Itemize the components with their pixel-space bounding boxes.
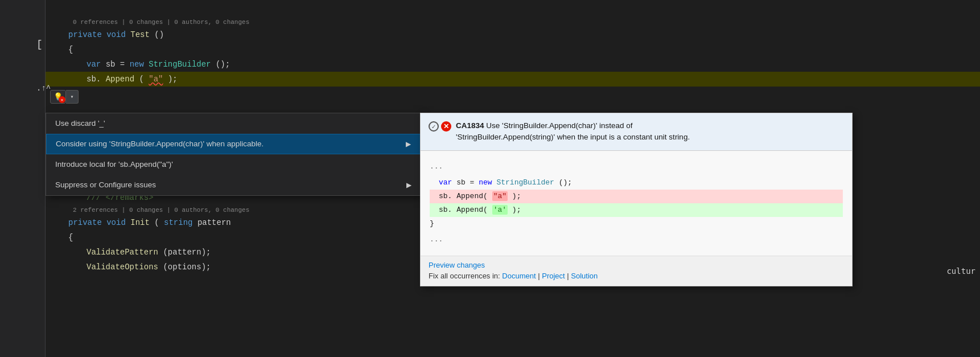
- check-circle-icon: ✓: [429, 121, 439, 132]
- bracket-indicator: [: [36, 39, 43, 50]
- fix-all-document-link[interactable]: Document: [502, 272, 536, 280]
- code-continuation-right: cultur: [946, 266, 975, 276]
- qa-item-stringbuilder[interactable]: Consider using 'StringBuilder.Append(cha…: [46, 134, 421, 154]
- preview-changes-button[interactable]: Preview changes: [429, 261, 844, 269]
- lightbulb-dropdown-button[interactable]: ▾: [66, 90, 79, 104]
- fix-all-solution-link[interactable]: Solution: [571, 272, 598, 280]
- preview-header-icons: ✓ ✕: [429, 121, 451, 132]
- error-badge: ✕: [59, 96, 65, 103]
- preview-code-block: ... var sb = new StringBuilder (); sb. A…: [421, 151, 852, 256]
- preview-title-prefix: Use 'StringBuilder.Append(char)' instead…: [486, 121, 632, 130]
- keyword-void: void: [106, 30, 126, 39]
- removed-string-highlight: "a": [492, 191, 508, 201]
- chevron-down-icon: ▾: [70, 93, 73, 100]
- preview-code-line-removed: sb. Append( "a" );: [430, 190, 843, 203]
- added-string-highlight: 'a': [492, 205, 508, 215]
- bracket-close-indicator: .↑^: [36, 84, 51, 93]
- keyword-private: private: [68, 30, 102, 39]
- qa-item-discard[interactable]: Use discard '_': [46, 113, 421, 134]
- code-line-86: 86 sb. Append ( "a" );: [46, 72, 980, 87]
- preview-header: ✓ ✕ CA1834 Use 'StringBuilder.Append(cha…: [421, 113, 852, 151]
- code-meta-83: 0 references | 0 changes | 0 authors, 0 …: [46, 17, 980, 27]
- preview-title-suffix: 'StringBuilder.Append(string)' when the …: [456, 133, 690, 141]
- preview-code-line-added: sb. Append( 'a' );: [430, 203, 843, 217]
- preview-title: CA1834 Use 'StringBuilder.Append(char)' …: [456, 120, 690, 143]
- code-line-85: 85 var sb = new StringBuilder ();: [46, 57, 980, 72]
- code-line-83: 83 ⊟ private void Test (): [46, 27, 980, 42]
- fix-all-line: Fix all occurrences in: Document | Proje…: [429, 272, 844, 280]
- lightbulb-button[interactable]: 💡 ✕: [50, 90, 66, 104]
- qa-item-stringbuilder-label: Consider using 'StringBuilder.Append(cha…: [56, 139, 263, 150]
- submenu-arrow-suppress-icon: ▶: [406, 180, 411, 190]
- preview-footer: Preview changes Fix all occurrences in: …: [421, 256, 852, 286]
- line-number-gutter: [0, 0, 46, 357]
- qa-item-suppress-label: Suppress or Configure issues: [55, 180, 156, 191]
- code-gap: [46, 87, 980, 101]
- error-circle-icon: ✕: [441, 121, 451, 132]
- fix-all-project-link[interactable]: Project: [542, 272, 565, 280]
- qa-item-discard-label: Use discard '_': [55, 118, 105, 129]
- fix-all-prefix: Fix all occurrences in:: [429, 272, 500, 280]
- preview-code-line1: var sb = new StringBuilder ();: [430, 176, 843, 190]
- qa-item-introduce-local-label: Introduce local for 'sb.Append("a")': [55, 159, 173, 170]
- qa-item-introduce-local[interactable]: Introduce local for 'sb.Append("a")': [46, 154, 421, 175]
- rule-id: CA1834: [456, 121, 484, 130]
- submenu-arrow-icon: ▶: [406, 139, 411, 149]
- preview-panel: ✓ ✕ CA1834 Use 'StringBuilder.Append(cha…: [420, 113, 853, 286]
- quick-actions-menu: Use discard '_' Consider using 'StringBu…: [46, 113, 421, 196]
- qa-item-suppress[interactable]: Suppress or Configure issues ▶: [46, 175, 421, 195]
- preview-dots-after: ...: [430, 231, 843, 249]
- preview-dots-before: ...: [430, 158, 843, 176]
- fn-test: Test: [130, 30, 150, 39]
- code-line-84: 84 {: [46, 42, 980, 57]
- preview-code-closing: }: [430, 217, 843, 231]
